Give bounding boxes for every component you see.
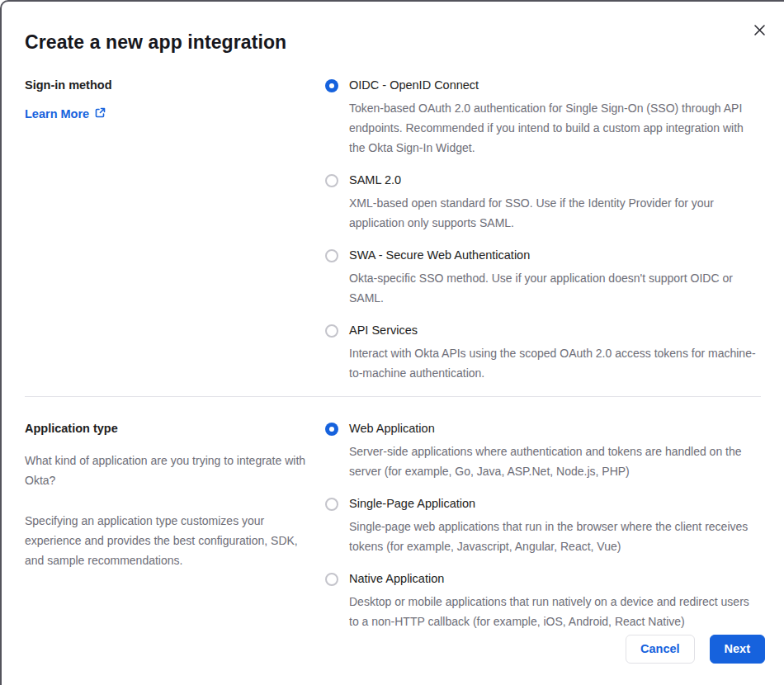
cancel-button[interactable]: Cancel — [626, 635, 695, 664]
close-icon — [753, 24, 766, 39]
radio-button[interactable] — [325, 249, 338, 262]
option-label: API Services — [349, 324, 761, 338]
radio-button[interactable] — [325, 498, 338, 511]
option-label: SAML 2.0 — [349, 173, 761, 187]
radio-option-native-application[interactable]: Native Application Desktop or mobile app… — [325, 572, 761, 631]
option-text: SWA - Secure Web Authentication Okta-spe… — [349, 248, 761, 308]
option-label: Web Application — [349, 422, 761, 436]
radio-option-web-application[interactable]: Web Application Server-side applications… — [325, 422, 761, 481]
option-description: Server-side applications where authentic… — [349, 442, 761, 481]
signin-method-label: Sign-in method — [25, 78, 325, 92]
application-type-label: Application type — [25, 422, 325, 435]
option-text: Single-Page Application Single-page web … — [349, 497, 761, 556]
option-description: Desktop or mobile applications that run … — [349, 592, 761, 631]
radio-option-swa[interactable]: SWA - Secure Web Authentication Okta-spe… — [325, 248, 761, 308]
option-text: API Services Interact with Okta APIs usi… — [349, 324, 761, 383]
radio-option-saml[interactable]: SAML 2.0 XML-based open standard for SSO… — [325, 173, 761, 233]
application-type-options: Web Application Server-side applications… — [325, 422, 761, 631]
option-description: Token-based OAuth 2.0 authentication for… — [349, 98, 761, 158]
application-type-left-column: Application type What kind of applicatio… — [25, 422, 325, 631]
option-description: Interact with Okta APIs using the scoped… — [349, 343, 761, 383]
external-link-icon — [95, 107, 106, 120]
option-text: SAML 2.0 XML-based open standard for SSO… — [349, 173, 761, 233]
create-app-integration-dialog: Create a new app integration Sign-in met… — [0, 0, 784, 685]
dialog-footer: Cancel Next — [626, 635, 765, 664]
option-label: OIDC - OpenID Connect — [349, 78, 761, 92]
radio-button[interactable] — [325, 573, 338, 586]
close-button[interactable] — [748, 20, 771, 43]
application-type-description-2: Specifying an application type customize… — [25, 511, 309, 570]
option-label: Single-Page Application — [349, 497, 761, 511]
learn-more-label: Learn More — [25, 107, 89, 120]
option-text: Web Application Server-side applications… — [349, 422, 761, 481]
option-label: Native Application — [349, 572, 761, 586]
radio-option-oidc[interactable]: OIDC - OpenID Connect Token-based OAuth … — [325, 78, 761, 158]
radio-button[interactable] — [325, 324, 338, 338]
signin-method-options: OIDC - OpenID Connect Token-based OAuth … — [325, 78, 761, 383]
radio-button[interactable] — [325, 423, 338, 436]
option-description: Okta-specific SSO method. Use if your ap… — [349, 268, 761, 308]
radio-option-api-services[interactable]: API Services Interact with Okta APIs usi… — [325, 324, 761, 383]
option-description: Single-page web applications that run in… — [349, 517, 761, 556]
signin-method-section: Sign-in method Learn More OIDC - Ope — [25, 78, 761, 383]
application-type-description-1: What kind of application are you trying … — [25, 451, 309, 490]
next-button[interactable]: Next — [710, 635, 765, 664]
radio-button[interactable] — [325, 79, 338, 92]
application-type-section: Application type What kind of applicatio… — [25, 422, 761, 631]
section-divider — [25, 396, 761, 397]
option-text: Native Application Desktop or mobile app… — [349, 572, 761, 631]
page-title: Create a new app integration — [25, 2, 761, 54]
radio-option-single-page-application[interactable]: Single-Page Application Single-page web … — [325, 497, 761, 556]
learn-more-link[interactable]: Learn More — [25, 107, 106, 120]
option-description: XML-based open standard for SSO. Use if … — [349, 193, 761, 233]
option-label: SWA - Secure Web Authentication — [349, 248, 761, 262]
option-text: OIDC - OpenID Connect Token-based OAuth … — [349, 78, 761, 158]
radio-button[interactable] — [325, 174, 338, 187]
signin-method-left-column: Sign-in method Learn More — [25, 78, 325, 383]
